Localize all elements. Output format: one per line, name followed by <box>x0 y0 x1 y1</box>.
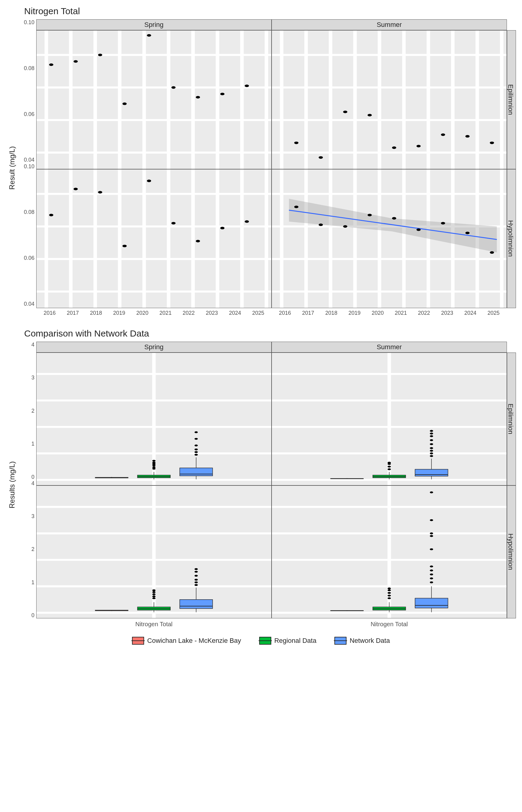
svg-point-40 <box>368 114 372 116</box>
svg-point-66 <box>196 240 200 242</box>
legend-label: Cowichan Lake - McKenzie Bay <box>147 637 241 645</box>
legend-swatch-icon <box>335 637 346 645</box>
svg-point-181 <box>195 575 198 577</box>
panel-summer-hypo <box>272 169 507 308</box>
svg-point-91 <box>441 222 445 224</box>
box-summer-hypo <box>272 485 507 618</box>
legend-regional: Regional Data <box>259 637 316 645</box>
scatter-chart: Nitrogen Total Result (mg/L) 0.100.080.0… <box>6 6 516 316</box>
x-ticks: 2016201720182019202020212022202320242025 <box>272 308 507 316</box>
svg-point-85 <box>294 206 299 208</box>
y-ticks: 43210 <box>18 480 36 619</box>
svg-point-108 <box>152 468 156 470</box>
svg-point-213 <box>430 535 433 537</box>
svg-point-86 <box>319 224 323 226</box>
y-axis-label-2: Results (mg/L) <box>6 342 18 628</box>
svg-point-150 <box>430 443 433 445</box>
svg-rect-205 <box>415 598 448 608</box>
svg-point-14 <box>49 63 54 66</box>
svg-point-42 <box>417 145 421 147</box>
chart-title-2: Comparison with Network Data <box>24 328 516 339</box>
svg-point-141 <box>387 462 391 463</box>
legend-swatch-icon <box>132 637 144 645</box>
svg-point-179 <box>195 582 198 583</box>
svg-point-151 <box>430 439 433 441</box>
svg-point-88 <box>368 214 372 216</box>
svg-point-90 <box>417 228 421 231</box>
svg-point-214 <box>430 532 433 534</box>
x-ticks: 2016201720182019202020212022202320242025 <box>36 308 272 316</box>
svg-point-211 <box>430 566 433 567</box>
svg-point-19 <box>171 86 176 88</box>
svg-point-212 <box>430 548 433 550</box>
svg-point-18 <box>147 34 151 37</box>
facet-col-summer: Summer <box>272 19 507 30</box>
svg-point-183 <box>195 568 198 570</box>
facet-col-spring: Spring <box>36 19 272 30</box>
svg-point-43 <box>441 134 445 136</box>
svg-point-182 <box>195 571 198 573</box>
svg-point-200 <box>387 592 391 594</box>
legend-cowichan: Cowichan Lake - McKenzie Bay <box>132 637 241 645</box>
svg-rect-176 <box>180 600 213 609</box>
facet-col-spring-2: Spring <box>36 342 272 352</box>
svg-point-202 <box>387 588 391 589</box>
svg-point-20 <box>196 96 200 99</box>
svg-point-112 <box>152 462 156 463</box>
legend-label: Regional Data <box>274 637 316 645</box>
svg-point-68 <box>245 220 249 223</box>
svg-point-38 <box>319 156 323 159</box>
svg-point-209 <box>430 573 433 575</box>
y-ticks: 0.100.080.060.04 <box>18 163 36 307</box>
svg-point-122 <box>195 438 198 440</box>
svg-point-146 <box>430 455 433 457</box>
x-label: Nitrogen Total <box>272 618 507 628</box>
svg-point-170 <box>152 595 156 597</box>
svg-point-139 <box>387 466 391 468</box>
legend-swatch-icon <box>259 637 271 645</box>
svg-point-199 <box>387 594 391 596</box>
svg-point-119 <box>195 451 198 453</box>
svg-point-67 <box>220 227 224 229</box>
svg-point-44 <box>465 135 470 138</box>
svg-point-65 <box>171 222 176 224</box>
svg-point-118 <box>195 454 198 455</box>
x-label: Nitrogen Total <box>36 618 272 628</box>
svg-point-41 <box>392 146 396 149</box>
svg-point-39 <box>343 110 347 113</box>
box-summer-epi <box>272 352 507 485</box>
y-axis-label: Result (mg/L) <box>6 19 18 316</box>
svg-point-149 <box>430 447 433 449</box>
svg-point-171 <box>152 593 156 595</box>
svg-point-61 <box>74 188 78 190</box>
svg-point-45 <box>490 142 494 144</box>
svg-point-169 <box>152 597 156 599</box>
svg-point-109 <box>152 466 156 468</box>
svg-point-153 <box>430 432 433 434</box>
chart-title: Nitrogen Total <box>24 6 516 16</box>
facet-row-hypo: Hypolimnion <box>507 169 516 308</box>
svg-point-92 <box>465 232 470 234</box>
svg-point-87 <box>343 225 347 227</box>
svg-point-64 <box>147 180 151 182</box>
svg-point-123 <box>195 431 198 433</box>
svg-rect-116 <box>180 468 213 476</box>
boxplot-chart: Comparison with Network Data Results (mg… <box>6 328 516 645</box>
svg-point-147 <box>430 452 433 454</box>
svg-point-198 <box>387 597 391 599</box>
svg-point-120 <box>195 449 198 450</box>
svg-point-201 <box>387 589 391 591</box>
svg-point-215 <box>430 519 433 521</box>
y-ticks: 43210 <box>18 342 36 480</box>
svg-point-180 <box>195 579 198 581</box>
svg-rect-144 <box>415 469 448 476</box>
facet-row-epi-2: Epilimnion <box>507 352 516 485</box>
svg-point-21 <box>220 93 224 95</box>
svg-point-152 <box>430 435 433 437</box>
panel-spring-epi <box>36 30 272 169</box>
svg-point-62 <box>98 191 102 193</box>
facet-row-epi: Epilimnion <box>507 30 516 169</box>
panel-summer-epi <box>272 30 507 169</box>
svg-point-154 <box>430 430 433 432</box>
svg-point-173 <box>152 589 156 591</box>
